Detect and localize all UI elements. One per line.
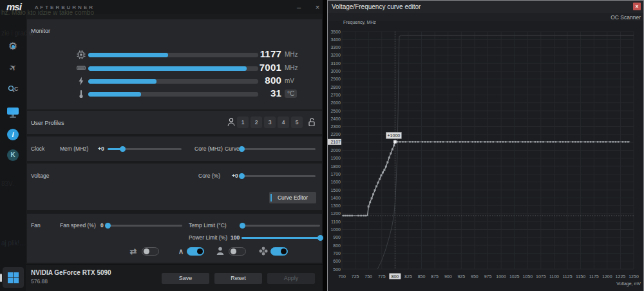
oc-scanner-magnifier-icon[interactable]: C xyxy=(7,84,19,95)
curve-point[interactable] xyxy=(397,141,398,142)
curve-point[interactable] xyxy=(497,141,498,142)
afterburner-jet-icon[interactable]: ✈ xyxy=(5,59,21,75)
startup-toggle[interactable] xyxy=(187,247,204,256)
curve-point[interactable] xyxy=(562,141,564,142)
curve-point[interactable] xyxy=(535,141,536,142)
curve-point[interactable] xyxy=(440,141,441,142)
curve-point[interactable] xyxy=(393,144,395,146)
curve-point[interactable] xyxy=(452,141,453,142)
curve-point[interactable] xyxy=(388,156,390,158)
power-limit-slider[interactable] xyxy=(242,233,320,242)
curve-point[interactable] xyxy=(555,141,556,142)
curve-point[interactable] xyxy=(360,215,362,217)
curve-point[interactable] xyxy=(600,141,601,142)
curve-point[interactable] xyxy=(515,141,516,142)
curve-editor-button[interactable]: Curve Editor xyxy=(269,192,316,203)
curve-point[interactable] xyxy=(424,141,426,142)
curve-point[interactable] xyxy=(442,141,444,142)
slider-thumb[interactable] xyxy=(317,235,323,241)
curve-point[interactable] xyxy=(587,141,589,142)
curve-point[interactable] xyxy=(379,178,381,180)
curve-point[interactable] xyxy=(386,161,388,163)
curve-point[interactable] xyxy=(383,169,385,171)
curve-point[interactable] xyxy=(567,141,569,142)
profile-slot-1[interactable]: 1 xyxy=(237,117,249,128)
curve-point[interactable] xyxy=(580,141,582,142)
curve-point[interactable] xyxy=(422,141,423,142)
curve-point[interactable] xyxy=(402,141,403,142)
curve-point[interactable] xyxy=(627,141,629,142)
curve-point[interactable] xyxy=(369,202,371,203)
core-voltage-slider[interactable] xyxy=(240,171,316,180)
slider-thumb[interactable] xyxy=(120,146,126,152)
curve-point[interactable] xyxy=(500,141,501,142)
sync-toggle[interactable] xyxy=(142,247,159,256)
curve-point[interactable] xyxy=(574,141,576,142)
curve-point[interactable] xyxy=(349,215,351,217)
curve-point[interactable] xyxy=(468,141,469,142)
curve-point[interactable] xyxy=(547,141,548,142)
curve-point[interactable] xyxy=(382,171,384,173)
curve-point[interactable] xyxy=(480,141,481,142)
curve-point[interactable] xyxy=(399,141,401,142)
profile-slot-4[interactable]: 4 xyxy=(278,117,289,128)
curve-point[interactable] xyxy=(464,141,466,142)
curve-point[interactable] xyxy=(434,141,435,142)
kombustor-icon[interactable]: K xyxy=(7,149,19,161)
curve-point[interactable] xyxy=(542,141,544,142)
profile-slot-3[interactable]: 3 xyxy=(264,117,276,128)
curve-point[interactable] xyxy=(374,189,376,191)
curve-point[interactable] xyxy=(415,141,416,142)
curve-point[interactable] xyxy=(363,215,365,217)
curve-point[interactable] xyxy=(602,141,603,142)
curve-point[interactable] xyxy=(505,141,506,142)
slider-thumb[interactable] xyxy=(239,173,245,179)
curve-point[interactable] xyxy=(430,141,431,142)
curve-point[interactable] xyxy=(537,141,538,142)
unlock-icon[interactable] xyxy=(307,117,316,127)
curve-point[interactable] xyxy=(609,141,611,142)
curve-point[interactable] xyxy=(524,141,526,142)
close-icon[interactable]: × xyxy=(312,2,323,12)
curve-point[interactable] xyxy=(622,141,623,142)
curve-point[interactable] xyxy=(447,141,448,142)
curve-point[interactable] xyxy=(502,141,504,142)
curve-point[interactable] xyxy=(549,141,551,142)
slider-thumb[interactable] xyxy=(105,223,111,229)
curve-point[interactable] xyxy=(417,141,419,142)
information-icon[interactable]: i xyxy=(7,129,19,140)
curve-point[interactable] xyxy=(484,141,486,142)
fan-auto-toggle[interactable] xyxy=(270,247,288,256)
curve-point[interactable] xyxy=(385,165,387,167)
curve-point[interactable] xyxy=(540,141,541,142)
curve-point[interactable] xyxy=(517,141,518,142)
curve-point[interactable] xyxy=(404,141,406,142)
curve-point[interactable] xyxy=(471,141,473,142)
curve-point[interactable] xyxy=(560,141,561,142)
curve-point[interactable] xyxy=(375,185,377,187)
curve-point[interactable] xyxy=(572,141,573,142)
curve-point[interactable] xyxy=(618,141,619,142)
profile-slot-2[interactable]: 2 xyxy=(251,117,262,128)
temp-limit-slider[interactable] xyxy=(240,221,320,230)
curve-point[interactable] xyxy=(612,141,614,142)
core-clock-slider[interactable] xyxy=(240,144,316,153)
curve-point[interactable] xyxy=(565,141,566,142)
reset-button[interactable]: Reset xyxy=(214,273,262,284)
apply-button[interactable]: Apply xyxy=(267,273,315,284)
curve-point[interactable] xyxy=(522,141,523,142)
save-button[interactable]: Save xyxy=(162,273,209,284)
vf-curve-chart[interactable]: 5006007008009001000110012001300140015001… xyxy=(328,13,643,291)
curve-point[interactable] xyxy=(487,141,488,142)
curve-point[interactable] xyxy=(527,141,529,142)
curve-point[interactable] xyxy=(412,141,413,142)
curve-point[interactable] xyxy=(380,174,382,176)
curve-point[interactable] xyxy=(584,141,585,142)
profile-slot-5[interactable]: 5 xyxy=(291,117,303,128)
windows-start-button[interactable] xyxy=(3,267,24,288)
curve-point[interactable] xyxy=(409,141,410,142)
curve-point[interactable] xyxy=(509,141,511,142)
curve-point[interactable] xyxy=(625,141,626,142)
curve-point[interactable] xyxy=(475,141,476,142)
curve-point[interactable] xyxy=(489,141,491,142)
